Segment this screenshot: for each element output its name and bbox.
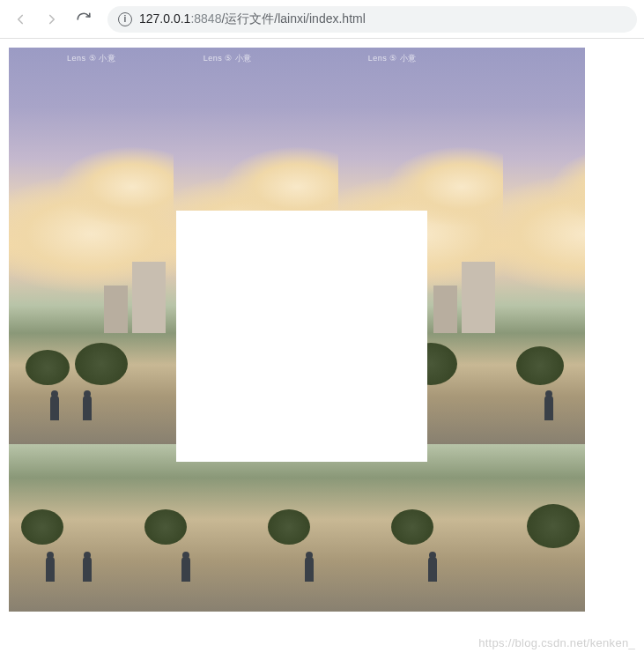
bg-tile [9, 444, 132, 612]
image-watermark: Lens ⑤ 小意 [204, 53, 252, 64]
image-watermark: Lens ⑤ 小意 [67, 53, 115, 64]
address-bar[interactable]: i 127.0.0.1:8848/运行文件/lainxi/index.html [107, 6, 637, 33]
forward-button[interactable] [39, 6, 65, 33]
reload-button[interactable] [70, 6, 97, 33]
url-host: 127.0.0.1 [139, 11, 190, 26]
back-button[interactable] [7, 6, 33, 33]
bg-tile [503, 48, 585, 444]
bg-tile: Lens ⑤ 小意 [9, 48, 174, 444]
url-text: 127.0.0.1:8848/运行文件/lainxi/index.html [139, 11, 366, 27]
image-watermark: Lens ⑤ 小意 [368, 53, 417, 64]
bg-tile [255, 444, 379, 612]
bg-tile [502, 444, 585, 612]
bg-tile [132, 444, 255, 612]
browser-toolbar: i 127.0.0.1:8848/运行文件/lainxi/index.html [0, 0, 644, 39]
site-info-icon[interactable]: i [118, 12, 132, 26]
bg-tile [379, 444, 502, 612]
url-port: :8848 [190, 11, 221, 26]
footer-watermark: https://blog.csdn.net/kenken_ [478, 636, 635, 649]
url-path: /运行文件/lainxi/index.html [221, 11, 365, 26]
page-viewport: Lens ⑤ 小意 Lens ⑤ 小意 Lens ⑤ 小意 [0, 39, 644, 653]
background-tiled-image: Lens ⑤ 小意 Lens ⑤ 小意 Lens ⑤ 小意 [9, 48, 585, 612]
center-white-box [176, 211, 427, 462]
